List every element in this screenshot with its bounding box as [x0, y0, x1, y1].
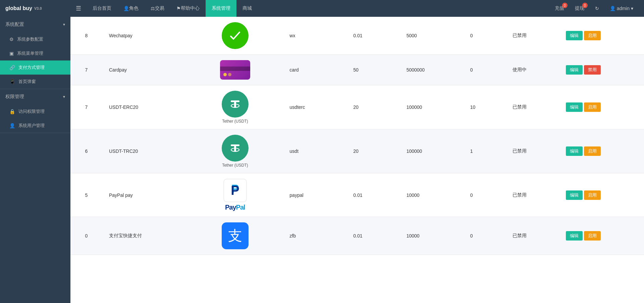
row-name: PayPal pay: [102, 173, 187, 217]
admin-menu[interactable]: 👤 admin ▾: [604, 0, 639, 17]
admin-chevron-icon: ▾: [631, 6, 633, 11]
sidebar-item-users[interactable]: 👤 系统用户管理: [0, 119, 70, 133]
row-actions: 编辑启用: [559, 85, 644, 129]
main-content: 8Wechatpaywx0.0150000已禁用编辑启用7Cardpay car…: [70, 17, 644, 303]
help-icon: ⚑: [176, 6, 181, 11]
edit-button[interactable]: 编辑: [566, 146, 583, 156]
edit-button[interactable]: 编辑: [566, 65, 583, 75]
row-max: 10000: [400, 217, 464, 255]
nav-item-transaction[interactable]: ⚖ 交易: [145, 0, 170, 17]
withdraw-badge: 0: [582, 3, 588, 8]
sidebar: 系统配置 ▾ ⚙ 系统参数配置 ▣ 系统菜单管理 🔗 支付方式管理 📱 首页弹窗…: [0, 17, 70, 303]
menu-toggle-button[interactable]: ☰: [70, 5, 87, 12]
row-icon: P P PayPal: [187, 173, 283, 217]
usdt-icon: [222, 135, 249, 162]
row-sort: 1: [464, 129, 506, 173]
transaction-icon: ⚖: [151, 6, 155, 11]
row-code: usdterc: [283, 85, 346, 129]
row-min: 20: [346, 129, 399, 173]
cardpay-icon: [220, 60, 250, 80]
row-icon: 支: [187, 217, 283, 255]
disable-button[interactable]: 禁用: [584, 65, 601, 75]
status-badge: 已禁用: [506, 217, 559, 255]
nav-item-system[interactable]: 系统管理: [206, 0, 236, 17]
row-id: 0: [70, 217, 102, 255]
row-id: 8: [70, 17, 102, 55]
row-code: card: [283, 55, 346, 85]
lock-icon: 🔒: [9, 109, 15, 114]
row-min: 50: [346, 55, 399, 85]
row-code: zfb: [283, 217, 346, 255]
row-name: USDT-ERC20: [102, 85, 187, 129]
row-id: 7: [70, 85, 102, 129]
refresh-icon: ↻: [595, 6, 599, 11]
row-min: 0.01: [346, 217, 399, 255]
row-actions: 编辑启用: [559, 17, 644, 55]
table-row: 6USDT-TRC20 Tether (USDT)usdt201000001已禁…: [70, 129, 644, 173]
sidebar-item-access[interactable]: 🔒 访问权限管理: [0, 104, 70, 119]
charge-badge: 0: [562, 3, 568, 8]
sidebar-header-system-config[interactable]: 系统配置 ▾: [0, 17, 70, 32]
row-max: 5000000: [400, 55, 464, 85]
sidebar-section-system: 系统配置 ▾ ⚙ 系统参数配置 ▣ 系统菜单管理 🔗 支付方式管理 📱 首页弹窗: [0, 17, 70, 89]
menu-icon: ▣: [9, 51, 14, 56]
nav-item-shop[interactable]: 商城: [236, 0, 258, 17]
enable-button[interactable]: 启用: [584, 231, 601, 241]
brand-name: global buy: [5, 5, 32, 11]
usdt-icon: [222, 91, 249, 118]
refresh-button[interactable]: ↻: [590, 0, 604, 17]
chevron-down-icon: ▾: [63, 22, 65, 27]
row-code: paypal: [283, 173, 346, 217]
row-sort: 0: [464, 17, 506, 55]
paypal-icon: P P PayPal: [223, 179, 247, 211]
row-name: Wechatpay: [102, 17, 187, 55]
gear-icon: ⚙: [9, 37, 14, 42]
enable-button[interactable]: 启用: [584, 31, 601, 40]
nav-items: 后台首页 👤 角色 ⚖ 交易 ⚑ 帮助中心 系统管理 商城: [87, 0, 549, 17]
sidebar-item-popup[interactable]: 📱 首页弹窗: [0, 75, 70, 89]
svg-point-0: [227, 27, 244, 44]
row-icon: [187, 55, 283, 85]
row-name: 支付宝快捷支付: [102, 217, 187, 255]
sidebar-header-permissions[interactable]: 权限管理 ▾: [0, 89, 70, 104]
row-sort: 0: [464, 55, 506, 85]
status-badge: 已禁用: [506, 173, 559, 217]
sidebar-item-system-params[interactable]: ⚙ 系统参数配置: [0, 32, 70, 46]
payment-table: 8Wechatpaywx0.0150000已禁用编辑启用7Cardpay car…: [70, 17, 644, 255]
row-actions: 编辑启用: [559, 129, 644, 173]
nav-item-help[interactable]: ⚑ 帮助中心: [170, 0, 206, 17]
row-id: 5: [70, 173, 102, 217]
row-max: 100000: [400, 85, 464, 129]
table-row: 0支付宝快捷支付支zfb0.01100000已禁用编辑启用: [70, 217, 644, 255]
row-actions: 编辑禁用: [559, 55, 644, 85]
right-tools: 充值 0 提现 0 ↻ 👤 admin ▾: [549, 0, 639, 17]
row-min: 20: [346, 85, 399, 129]
status-badge: 已禁用: [506, 85, 559, 129]
sidebar-item-payment[interactable]: 🔗 支付方式管理: [0, 60, 70, 75]
sidebar-item-menu-manage[interactable]: ▣ 系统菜单管理: [0, 46, 70, 60]
chevron-down-icon-2: ▾: [63, 94, 65, 99]
nav-item-role[interactable]: 👤 角色: [117, 0, 145, 17]
nav-item-dashboard[interactable]: 后台首页: [87, 0, 117, 17]
enable-button[interactable]: 启用: [584, 146, 601, 156]
enable-button[interactable]: 启用: [584, 102, 601, 112]
status-badge: 已禁用: [506, 17, 559, 55]
status-badge: 使用中: [506, 55, 559, 85]
row-max: 10000: [400, 173, 464, 217]
edit-button[interactable]: 编辑: [566, 231, 583, 241]
table-row: 5PayPal pay P P PayPal paypal0.01100000已…: [70, 173, 644, 217]
edit-button[interactable]: 编辑: [566, 190, 583, 200]
top-nav: global buy V3.0 ☰ 后台首页 👤 角色 ⚖ 交易 ⚑ 帮助中心 …: [0, 0, 644, 17]
table-row: 7Cardpay card5050000000使用中编辑禁用: [70, 55, 644, 85]
admin-user-icon: 👤: [610, 6, 615, 11]
edit-button[interactable]: 编辑: [566, 102, 583, 112]
charge-button[interactable]: 充值 0: [549, 0, 570, 17]
enable-button[interactable]: 启用: [584, 190, 601, 200]
withdraw-button[interactable]: 提现 0: [570, 0, 590, 17]
table-row: 7USDT-ERC20 Tether (USDT)usdterc20100000…: [70, 85, 644, 129]
row-name: Cardpay: [102, 55, 187, 85]
row-actions: 编辑启用: [559, 217, 644, 255]
link-icon: 🔗: [9, 65, 15, 70]
row-name: USDT-TRC20: [102, 129, 187, 173]
edit-button[interactable]: 编辑: [566, 31, 583, 40]
